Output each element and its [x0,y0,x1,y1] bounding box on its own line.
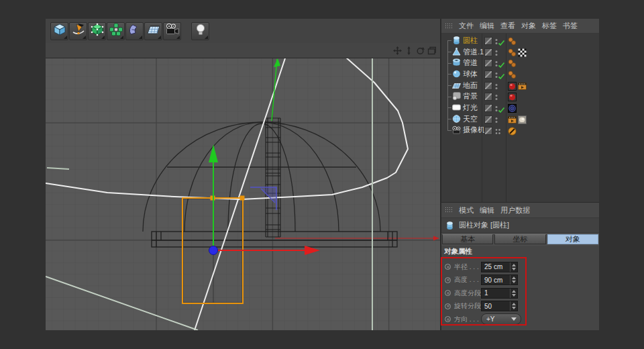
checker-tag-icon[interactable] [518,48,527,56]
direction-dropdown[interactable]: +Y [481,313,521,325]
tool-floor-button[interactable] [144,22,162,40]
target-tag-icon[interactable] [508,103,517,112]
tab-对象[interactable]: 对象 [547,234,598,244]
object-label[interactable]: 球体 [463,69,478,79]
spinner-down-icon[interactable] [512,268,516,270]
object-row-floor[interactable]: 地面 [441,80,599,91]
tab-基本[interactable]: 基本 [442,234,493,244]
object-row-tube[interactable]: 管道 [441,57,599,68]
keyframe-circle-icon[interactable] [445,290,451,296]
object-label[interactable]: 灯光 [463,103,478,113]
om-menu-item[interactable]: 对象 [521,21,536,31]
phong-tag-icon[interactable] [508,36,517,45]
phong-tag-icon[interactable] [508,70,517,79]
panel-grip-icon[interactable] [445,23,453,30]
prop-row-1: 高度 . . .90 cm [441,274,599,287]
object-row-background[interactable]: 背景 [441,91,599,102]
keyframe-circle-icon[interactable] [445,316,451,322]
panel-grip-icon[interactable] [445,207,453,213]
object-label[interactable]: 圆柱 [463,36,478,46]
value-field[interactable]: 1 [481,288,518,299]
am-menu-item[interactable]: 用户数据 [500,205,530,215]
object-label[interactable]: 管道.1 [463,47,484,57]
viewport-rotate-icon[interactable] [415,46,425,55]
object-row-cylinder[interactable]: 圆柱 [441,35,599,46]
tool-make-editable-button[interactable] [88,22,106,40]
keyframe-circle-icon[interactable] [445,264,451,270]
layer-toggle[interactable] [484,93,492,101]
layer-toggle[interactable] [484,127,492,135]
object-label[interactable]: 摄像机 [463,125,485,135]
object-row-sphere[interactable]: 球体 [441,68,599,80]
cube-primitive-icon [52,23,67,39]
spinner-down-icon[interactable] [512,307,516,309]
layer-toggle[interactable] [484,59,492,67]
compositing-tag-icon[interactable] [518,81,527,90]
protection-tag-icon[interactable] [508,126,517,135]
object-label[interactable]: 天空 [463,114,478,124]
tool-array-clones-button[interactable] [107,22,125,40]
texture-tag-icon[interactable] [518,115,527,123]
spinner-stepper[interactable] [510,301,517,311]
object-label[interactable]: 背景 [463,91,478,101]
om-menu-item[interactable]: 书签 [563,21,578,31]
om-menu-item[interactable]: 标签 [542,21,557,31]
spinner-up-icon[interactable] [512,303,516,305]
tool-spline-pen-button[interactable] [69,22,87,40]
layer-toggle[interactable] [484,82,492,90]
object-manager-menubar: 文件编辑查看对象标签书签 [441,19,599,34]
spinner-up-icon[interactable] [512,277,516,279]
camera-icon [451,126,462,135]
object-row-sky[interactable]: 天空 [441,113,599,125]
field-value: 90 cm [482,277,510,284]
spinner-stepper[interactable] [510,289,517,298]
om-menu-item[interactable]: 查看 [500,21,515,31]
viewport-zoom-icon[interactable] [404,46,413,55]
z-axis-handle[interactable] [209,246,218,255]
prop-row-4: 方向 . . .+Y [441,313,599,326]
spinner-up-icon[interactable] [512,264,516,266]
viewport-canvas[interactable] [46,58,440,330]
value-field[interactable]: 25 cm [481,262,518,272]
phong-tag-icon[interactable] [508,48,517,56]
am-menu-item[interactable]: 模式 [459,205,474,215]
cone-icon [451,47,462,56]
phong-tag-icon[interactable] [508,58,517,67]
am-menu-item[interactable]: 编辑 [480,205,494,215]
array-clones-icon [109,23,123,39]
tool-light-button[interactable] [191,22,209,40]
floor-icon [146,23,161,39]
object-row-light[interactable]: 灯光 [441,102,599,113]
viewport-pan-icon[interactable] [392,46,402,55]
om-menu-item[interactable]: 文件 [459,21,474,31]
object-row-cone[interactable]: 管道.1 [441,46,599,58]
spinner-stepper[interactable] [510,262,517,272]
spinner-up-icon[interactable] [512,290,516,293]
tab-坐标[interactable]: 坐标 [494,234,545,244]
material-red-tag-icon[interactable] [508,92,517,101]
spinner-down-icon[interactable] [512,281,516,283]
layer-toggle[interactable] [484,115,492,123]
tool-deformer-button[interactable] [125,22,144,40]
visibility-dots[interactable] [494,126,501,138]
keyframe-circle-icon[interactable] [445,303,451,309]
layer-toggle[interactable] [484,37,492,45]
value-field[interactable]: 90 cm [481,275,518,285]
compositing-tag-icon[interactable] [508,115,517,123]
layer-toggle[interactable] [484,48,492,56]
layer-toggle[interactable] [484,70,492,79]
object-label[interactable]: 管道 [463,58,478,68]
object-label[interactable]: 地面 [463,81,478,91]
om-menu-item[interactable]: 编辑 [480,21,494,31]
tool-cube-primitive-button[interactable] [50,22,68,40]
material-red-tag-icon[interactable] [508,81,517,90]
tool-camera-button[interactable] [163,22,181,40]
spinner-down-icon[interactable] [512,294,516,297]
spinner-stepper[interactable] [510,275,517,285]
selection-handle[interactable] [240,196,245,201]
layer-toggle[interactable] [484,104,492,112]
keyframe-circle-icon[interactable] [445,277,451,283]
object-row-camera[interactable]: 摄像机 [441,125,599,136]
viewport-maximize-icon[interactable] [427,46,436,55]
value-field[interactable]: 50 [481,301,518,311]
